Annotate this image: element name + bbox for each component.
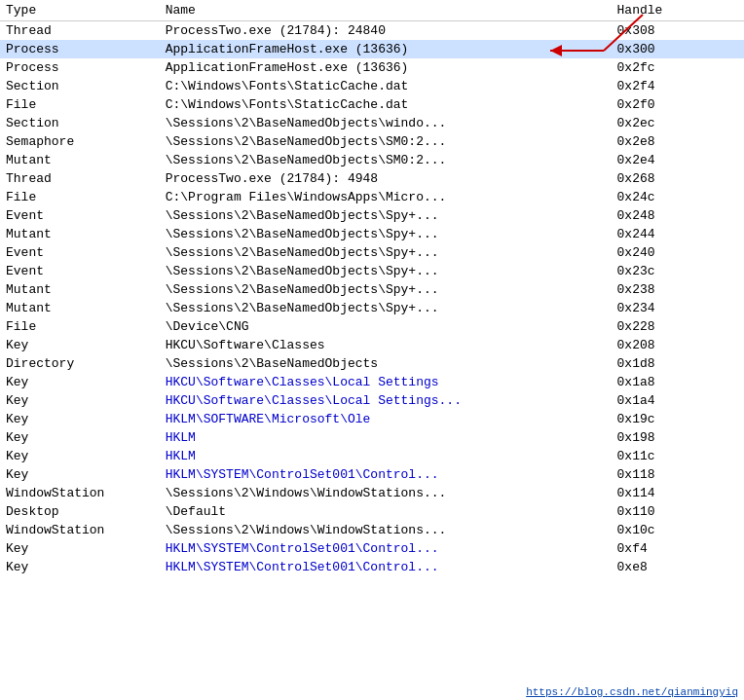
table-row[interactable]: WindowStation\Sessions\2\Windows\WindowS… bbox=[0, 484, 744, 502]
cell-type: Key bbox=[0, 428, 160, 447]
table-row[interactable]: ThreadProcessTwo.exe (21784): 248400x308 bbox=[0, 21, 744, 41]
cell-name: HKLM\SYSTEM\ControlSet001\Control... bbox=[160, 539, 612, 558]
cell-name: ApplicationFrameHost.exe (13636) bbox=[160, 40, 612, 58]
table-row[interactable]: Section\Sessions\2\BaseNamedObjects\wind… bbox=[0, 114, 744, 132]
cell-type: Key bbox=[0, 447, 160, 465]
table-row[interactable]: Event\Sessions\2\BaseNamedObjects\Spy+..… bbox=[0, 243, 744, 262]
cell-type: Key bbox=[0, 410, 160, 428]
cell-name: C:\Windows\Fonts\StaticCache.dat bbox=[160, 95, 612, 114]
table-row[interactable]: FileC:\Windows\Fonts\StaticCache.dat0x2f… bbox=[0, 95, 744, 114]
table-row[interactable]: File\Device\CNG0x228 bbox=[0, 317, 744, 336]
cell-handle: 0x2ec bbox=[612, 114, 744, 132]
cell-type: Semaphore bbox=[0, 132, 160, 151]
col-header-name: Name bbox=[160, 0, 612, 21]
table-row[interactable]: Desktop\Default0x110 bbox=[0, 502, 744, 521]
cell-type: WindowStation bbox=[0, 484, 160, 502]
cell-handle: 0x300 bbox=[612, 40, 744, 58]
cell-name: \Default bbox=[160, 502, 612, 521]
table-row[interactable]: Mutant\Sessions\2\BaseNamedObjects\Spy+.… bbox=[0, 280, 744, 299]
cell-handle: 0x1a8 bbox=[612, 373, 744, 391]
table-row[interactable]: Event\Sessions\2\BaseNamedObjects\Spy+..… bbox=[0, 206, 744, 225]
cell-type: Key bbox=[0, 391, 160, 410]
cell-handle: 0x208 bbox=[612, 336, 744, 354]
table-row[interactable]: KeyHKCU\Software\Classes\Local Settings0… bbox=[0, 373, 744, 391]
table-header-row: Type Name Handle bbox=[0, 0, 744, 21]
table-row[interactable]: Mutant\Sessions\2\BaseNamedObjects\Spy+.… bbox=[0, 225, 744, 243]
table-row[interactable]: Mutant\Sessions\2\BaseNamedObjects\SM0:2… bbox=[0, 151, 744, 169]
cell-name: \Sessions\2\BaseNamedObjects\SM0:2... bbox=[160, 151, 612, 169]
cell-type: Thread bbox=[0, 21, 160, 41]
cell-name: \Sessions\2\BaseNamedObjects\Spy+... bbox=[160, 243, 612, 262]
cell-type: File bbox=[0, 188, 160, 206]
table-row[interactable]: ThreadProcessTwo.exe (21784): 49480x268 bbox=[0, 169, 744, 188]
main-container: Type Name Handle ThreadProcessTwo.exe (2… bbox=[0, 0, 744, 576]
table-row[interactable]: Event\Sessions\2\BaseNamedObjects\Spy+..… bbox=[0, 262, 744, 280]
cell-handle: 0x10c bbox=[612, 521, 744, 539]
cell-name: \Device\CNG bbox=[160, 317, 612, 336]
cell-handle: 0x238 bbox=[612, 280, 744, 299]
table-row[interactable]: ProcessApplicationFrameHost.exe (13636)0… bbox=[0, 58, 744, 77]
cell-handle: 0xe8 bbox=[612, 558, 744, 576]
table-row[interactable]: KeyHKLM\SOFTWARE\Microsoft\Ole0x19c bbox=[0, 410, 744, 428]
cell-handle: 0x2fc bbox=[612, 58, 744, 77]
table-row[interactable]: Mutant\Sessions\2\BaseNamedObjects\Spy+.… bbox=[0, 299, 744, 317]
cell-handle: 0xf4 bbox=[612, 539, 744, 558]
cell-name: \Sessions\2\BaseNamedObjects\Spy+... bbox=[160, 299, 612, 317]
cell-name: HKCU\Software\Classes bbox=[160, 336, 612, 354]
cell-type: Key bbox=[0, 336, 160, 354]
cell-type: Mutant bbox=[0, 299, 160, 317]
handles-table: Type Name Handle ThreadProcessTwo.exe (2… bbox=[0, 0, 744, 576]
cell-type: Key bbox=[0, 539, 160, 558]
cell-name: \Sessions\2\BaseNamedObjects bbox=[160, 354, 612, 373]
cell-handle: 0x1d8 bbox=[612, 354, 744, 373]
cell-handle: 0x2f0 bbox=[612, 95, 744, 114]
cell-type: Section bbox=[0, 77, 160, 95]
cell-handle: 0x1a4 bbox=[612, 391, 744, 410]
cell-name: HKLM bbox=[160, 428, 612, 447]
cell-type: Mutant bbox=[0, 225, 160, 243]
cell-handle: 0x244 bbox=[612, 225, 744, 243]
cell-handle: 0x308 bbox=[612, 21, 744, 41]
cell-name: HKLM\SYSTEM\ControlSet001\Control... bbox=[160, 465, 612, 484]
cell-name: C:\Program Files\WindowsApps\Micro... bbox=[160, 188, 612, 206]
cell-name: \Sessions\2\BaseNamedObjects\Spy+... bbox=[160, 206, 612, 225]
cell-type: Key bbox=[0, 558, 160, 576]
cell-handle: 0x23c bbox=[612, 262, 744, 280]
cell-type: Mutant bbox=[0, 151, 160, 169]
cell-name: HKCU\Software\Classes\Local Settings... bbox=[160, 391, 612, 410]
cell-type: Event bbox=[0, 243, 160, 262]
table-row[interactable]: KeyHKLM\SYSTEM\ControlSet001\Control...0… bbox=[0, 558, 744, 576]
table-row[interactable]: KeyHKLM\SYSTEM\ControlSet001\Control...0… bbox=[0, 465, 744, 484]
cell-type: WindowStation bbox=[0, 521, 160, 539]
cell-type: Thread bbox=[0, 169, 160, 188]
table-row[interactable]: KeyHKCU\Software\Classes\Local Settings.… bbox=[0, 391, 744, 410]
table-row[interactable]: KeyHKLM0x11c bbox=[0, 447, 744, 465]
table-row[interactable]: KeyHKLM0x198 bbox=[0, 428, 744, 447]
cell-handle: 0x110 bbox=[612, 502, 744, 521]
table-row[interactable]: Semaphore\Sessions\2\BaseNamedObjects\SM… bbox=[0, 132, 744, 151]
cell-type: Directory bbox=[0, 354, 160, 373]
cell-handle: 0x268 bbox=[612, 169, 744, 188]
cell-handle: 0x248 bbox=[612, 206, 744, 225]
table-row[interactable]: KeyHKLM\SYSTEM\ControlSet001\Control...0… bbox=[0, 539, 744, 558]
table-row[interactable]: ProcessApplicationFrameHost.exe (13636)0… bbox=[0, 40, 744, 58]
cell-name: \Sessions\2\Windows\WindowStations... bbox=[160, 484, 612, 502]
col-header-handle: Handle bbox=[612, 0, 744, 21]
table-row[interactable]: SectionC:\Windows\Fonts\StaticCache.dat0… bbox=[0, 77, 744, 95]
cell-type: Section bbox=[0, 114, 160, 132]
table-row[interactable]: Directory\Sessions\2\BaseNamedObjects0x1… bbox=[0, 354, 744, 373]
cell-name: \Sessions\2\BaseNamedObjects\SM0:2... bbox=[160, 132, 612, 151]
table-row[interactable]: WindowStation\Sessions\2\Windows\WindowS… bbox=[0, 521, 744, 539]
cell-handle: 0x198 bbox=[612, 428, 744, 447]
cell-type: Key bbox=[0, 465, 160, 484]
cell-name: \Sessions\2\BaseNamedObjects\windo... bbox=[160, 114, 612, 132]
table-body: ThreadProcessTwo.exe (21784): 248400x308… bbox=[0, 21, 744, 577]
cell-type: Event bbox=[0, 206, 160, 225]
table-row[interactable]: KeyHKCU\Software\Classes0x208 bbox=[0, 336, 744, 354]
cell-name: ProcessTwo.exe (21784): 24840 bbox=[160, 21, 612, 41]
cell-name: ApplicationFrameHost.exe (13636) bbox=[160, 58, 612, 77]
cell-handle: 0x114 bbox=[612, 484, 744, 502]
table-row[interactable]: FileC:\Program Files\WindowsApps\Micro..… bbox=[0, 188, 744, 206]
cell-type: Key bbox=[0, 373, 160, 391]
cell-name: \Sessions\2\BaseNamedObjects\Spy+... bbox=[160, 280, 612, 299]
